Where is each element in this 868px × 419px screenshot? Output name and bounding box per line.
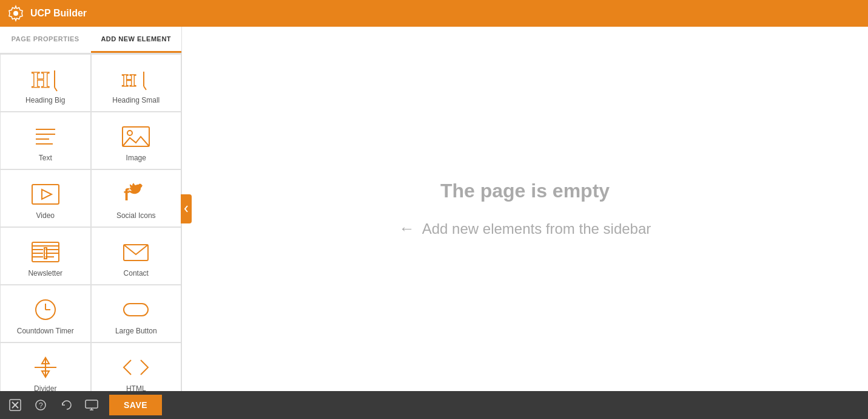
empty-subtitle: ← Add new elements from the sidebar [399,219,651,238]
tab-add-new-element[interactable]: ADD NEW ELEMENT [91,27,182,53]
main-container: PAGE PROPERTIES ADD NEW ELEMENT H Headin… [0,27,868,391]
preview-button[interactable] [81,395,102,415]
bottom-toolbar: ? SAVE [0,391,868,419]
divider-icon [30,354,61,381]
help-button[interactable]: ? [30,395,51,415]
video-icon-area [29,181,62,208]
contact-label: Contact [124,269,149,278]
heading-small-icon-area: H [119,66,152,92]
header: UCP Builder [0,0,868,27]
svg-text:?: ? [39,401,43,410]
element-image[interactable]: Image [91,112,182,169]
help-icon: ? [35,399,47,411]
svg-point-0 [13,11,18,16]
undo-button[interactable] [56,395,76,415]
text-icon-area [29,123,62,150]
contact-icon [120,239,152,265]
svg-point-12 [127,131,132,135]
element-video[interactable]: Video [0,169,91,227]
heading-big-label: Heading Big [25,96,65,104]
svg-rect-29 [124,304,148,316]
svg-marker-14 [42,189,52,199]
element-heading-big[interactable]: H Heading Big [0,54,91,112]
large-button-icon-area [119,296,152,323]
image-label: Image [126,154,146,162]
close-icon [9,399,21,411]
large-button-label: Large Button [115,327,157,335]
video-icon [30,181,61,208]
sidebar: PAGE PROPERTIES ADD NEW ELEMENT H Headin… [0,27,182,391]
social-icons-label: Social Icons [116,211,156,220]
empty-message: The page is empty ← Add new elements fro… [399,180,651,238]
gear-icon [7,5,24,22]
element-countdown-timer[interactable]: Countdown Timer [0,285,91,342]
social-icons-icon-area: f [119,181,152,208]
element-text[interactable]: Text [0,112,91,169]
undo-icon [60,399,72,411]
newsletter-icon-area [29,239,62,265]
heading-big-icon-area: H [29,66,62,92]
countdown-timer-icon [30,296,61,323]
html-label: HTML [126,384,146,392]
element-heading-small[interactable]: H Heading Small [91,54,182,112]
svg-line-6 [144,86,146,90]
newsletter-label: Newsletter [28,269,62,278]
arrow-left-icon: ← [399,219,415,238]
tab-page-properties[interactable]: PAGE PROPERTIES [0,27,91,53]
svg-text:H: H [122,70,136,90]
contact-icon-area [119,239,152,265]
text-icon [31,123,60,150]
empty-subtitle-text: Add new elements from the sidebar [422,220,651,237]
content-area: The page is empty ← Add new elements fro… [182,27,868,391]
element-divider[interactable]: Divider [0,342,91,391]
countdown-timer-label: Countdown Timer [17,327,74,335]
svg-line-3 [55,87,57,91]
save-button[interactable]: SAVE [109,395,162,415]
text-label: Text [39,154,52,162]
chevron-left-icon [183,205,189,213]
element-newsletter[interactable]: Newsletter [0,227,91,285]
app-title: UCP Builder [30,8,87,19]
countdown-timer-icon-area [29,296,62,323]
large-button-icon [120,296,152,323]
svg-rect-13 [32,185,59,204]
close-button[interactable] [5,395,25,415]
video-label: Video [36,211,55,220]
html-icon [120,354,152,381]
elements-grid: H Heading Big H Heading Small [0,54,181,391]
heading-small-label: Heading Small [112,96,160,104]
heading-big-icon: H [29,66,62,92]
element-large-button[interactable]: Large Button [91,285,182,342]
monitor-icon [85,400,98,410]
empty-title: The page is empty [399,180,651,202]
image-icon [120,123,152,150]
sidebar-tabs: PAGE PROPERTIES ADD NEW ELEMENT [0,27,181,54]
divider-label: Divider [34,384,56,392]
social-icons-icon: f [120,181,152,208]
html-icon-area [119,354,152,381]
element-contact[interactable]: Contact [91,227,182,285]
svg-text:H: H [32,67,50,92]
svg-rect-39 [86,400,98,408]
element-html[interactable]: HTML [91,342,182,391]
element-social-icons[interactable]: f Social Icons [91,169,182,227]
image-icon-area [119,123,152,150]
svg-text:f: f [124,185,130,204]
divider-icon-area [29,354,62,381]
newsletter-icon [30,239,61,265]
sidebar-collapse-toggle[interactable] [181,194,192,223]
heading-small-icon: H [119,66,152,92]
